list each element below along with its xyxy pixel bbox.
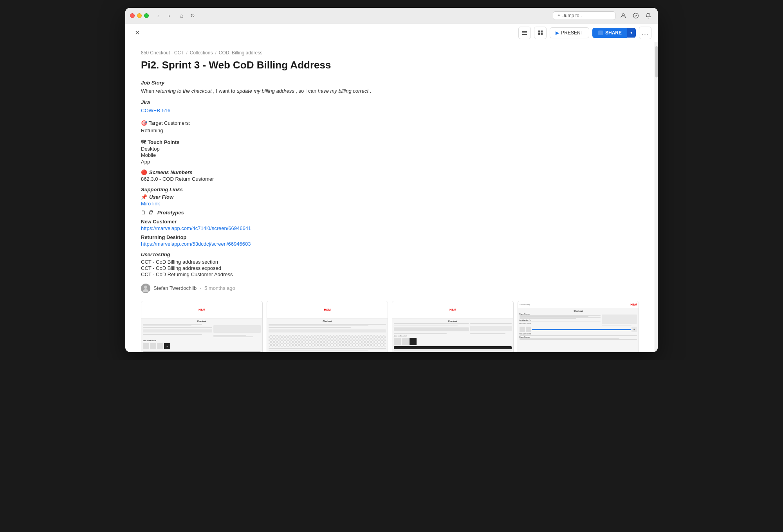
svg-rect-7 [541, 31, 543, 32]
main-content: 850 Checkout - CCT / Collections / COD: … [125, 42, 658, 352]
user-flow-label: User Flow [149, 194, 173, 200]
user-icon[interactable] [619, 11, 628, 20]
view-toggle-list-button[interactable] [518, 27, 531, 39]
mockup-header-1: H&M [141, 301, 262, 318]
image-card-1[interactable]: H&M Checkout [141, 301, 263, 352]
screens-numbers-emoji: 🔴 [141, 169, 147, 175]
mockup-logo-3: H&M [449, 308, 456, 311]
user-testing-label: UserTesting [141, 252, 639, 257]
mockup-3: H&M Checkout View order details [392, 301, 513, 352]
target-customers-value: Returning [141, 128, 163, 133]
image-card-3[interactable]: H&M Checkout View order details [392, 301, 514, 352]
svg-rect-10 [598, 31, 603, 35]
jump-icon: ✦ [557, 13, 561, 18]
author-name: Stefan Twerdochlib [153, 285, 197, 291]
close-window-button[interactable] [130, 13, 135, 18]
svg-rect-4 [522, 32, 527, 33]
breadcrumb-part2[interactable]: Collections [190, 50, 213, 56]
present-button[interactable]: ▶ PRESENT [550, 27, 589, 38]
title-bar-icons: ? [619, 11, 653, 20]
nav-buttons: ‹ › [153, 12, 174, 20]
scrollbar-track[interactable] [655, 42, 658, 352]
supporting-links-label: Supporting Links [141, 187, 639, 192]
breadcrumb-sep1: / [186, 50, 187, 56]
back-button[interactable]: ‹ [153, 12, 163, 20]
title-bar: ‹ › ⌂ ↻ ✦ Jump to . ? [125, 8, 658, 23]
breadcrumb-part3: COD: Billing address [219, 50, 262, 56]
screens-numbers-header: 🔴 Screens Numbers [141, 169, 639, 175]
bell-icon[interactable] [644, 11, 653, 20]
mockup-logo-2: H&M [324, 308, 330, 311]
share-button[interactable]: SHARE ▾ [592, 28, 636, 38]
mockup-header-3: H&M [392, 301, 513, 318]
more-options-button[interactable]: ... [639, 27, 651, 39]
prototypes-label: 🗒 _Prototypes_ [148, 210, 187, 216]
touch-points-title: 🗺 Touch Points [141, 139, 639, 145]
user-flow-header: 📌 User Flow [141, 194, 639, 200]
returning-desktop-anchor[interactable]: https://marvelapp.com/53dcdcj/screen/669… [141, 241, 251, 247]
target-customers: 🎯 Target Customers: Returning [141, 119, 639, 135]
user-testing-item-1: CCT - CoD Billing address section [141, 259, 639, 265]
share-dropdown-button[interactable]: ▾ [627, 28, 636, 38]
refresh-button[interactable]: ↻ [188, 12, 197, 20]
mockup-logo-1: H&M [198, 308, 205, 311]
jump-to-input[interactable]: ✦ Jump to . [553, 11, 615, 20]
new-customer-anchor[interactable]: https://marvelapp.com/4c714i0/screen/669… [141, 225, 251, 231]
traffic-lights [130, 13, 149, 18]
job-story-content: When returning to the checkout , I want … [141, 87, 639, 95]
scroll-area[interactable]: 850 Checkout - CCT / Collections / COD: … [125, 42, 655, 352]
svg-rect-9 [541, 33, 543, 35]
mockup-4: ← Back to bag H&M Checkout Megan Shaenan [518, 301, 639, 352]
author-dot: · [200, 285, 201, 291]
play-icon: ▶ [556, 30, 559, 36]
svg-rect-8 [538, 33, 540, 35]
svg-point-12 [144, 286, 147, 289]
forward-button[interactable]: › [164, 12, 174, 20]
user-flow-emoji: 📌 [141, 194, 147, 200]
jump-to-label: Jump to . [563, 13, 582, 18]
target-customers-label: 🎯 Target Customers: [141, 120, 190, 126]
extra-nav-buttons: ⌂ ↻ [177, 12, 197, 20]
image-card-4[interactable]: ← Back to bag H&M Checkout Megan Shaenan [518, 301, 639, 352]
mockup-1: H&M Checkout [141, 301, 262, 352]
mockup-logo-4: H&M [630, 303, 637, 306]
user-testing-item-2: CCT - CoD Billing address exposed [141, 265, 639, 271]
close-view-button[interactable]: ✕ [132, 27, 143, 38]
touch-points-label: Touch Points [148, 139, 179, 145]
breadcrumb-sep2: / [215, 50, 216, 56]
image-card-2[interactable]: H&M Checkout [267, 301, 388, 352]
new-customer-link: https://marvelapp.com/4c714i0/screen/669… [141, 225, 639, 231]
jira-link[interactable]: COWEB-516 [141, 108, 170, 113]
maximize-window-button[interactable] [144, 13, 149, 18]
jira-content: COWEB-516 [141, 107, 639, 115]
home-button[interactable]: ⌂ [177, 12, 186, 20]
svg-rect-5 [522, 34, 527, 35]
page-title: Pi2. Sprint 3 - Web CoD Billing Address [141, 59, 639, 72]
share-label: SHARE [605, 30, 622, 36]
touch-point-desktop: Desktop [141, 146, 639, 152]
help-icon[interactable]: ? [631, 11, 640, 20]
scrollbar-thumb[interactable] [655, 46, 658, 77]
user-testing-label-em: UserTesting [141, 252, 170, 257]
app-window: ‹ › ⌂ ↻ ✦ Jump to . ? [125, 8, 658, 352]
toolbar: ✕ ▶ PRESENT [125, 23, 658, 42]
prototypes-emoji: 🗒 [141, 210, 146, 216]
view-toggle-grid-button[interactable] [534, 27, 547, 39]
user-testing-item-3: CCT - CoD Returning Customer Address [141, 271, 639, 277]
mockup-header-2: H&M [267, 301, 388, 318]
prototypes-header: 🗒 🗒 _Prototypes_ [141, 210, 639, 216]
touch-point-mobile: Mobile [141, 152, 639, 158]
screens-numbers-label: Screens Numbers [149, 169, 193, 175]
returning-desktop-label: Returning Desktop [141, 234, 639, 240]
miro-link-anchor[interactable]: Miro link [141, 201, 160, 207]
minimize-window-button[interactable] [137, 13, 142, 18]
toolbar-right: ▶ PRESENT SHARE ▾ ... [518, 27, 651, 39]
svg-rect-3 [522, 31, 527, 32]
touch-point-app: App [141, 159, 639, 165]
breadcrumb-part1[interactable]: 850 Checkout - CCT [141, 50, 184, 56]
job-story-italic1: returning to the checkout [156, 88, 212, 94]
share-main-button[interactable]: SHARE [592, 28, 627, 38]
svg-text:?: ? [635, 14, 637, 18]
jira-label: Jira [141, 99, 639, 105]
image-grid: H&M Checkout [141, 301, 639, 352]
